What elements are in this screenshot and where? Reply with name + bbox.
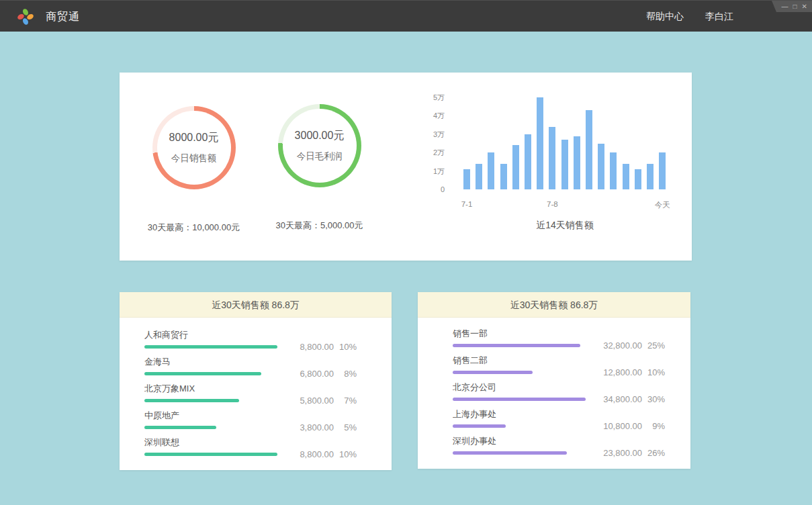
user-menu[interactable]: 李白江 bbox=[705, 11, 733, 23]
ranking-row: 金海马6,800.008% bbox=[144, 357, 357, 375]
today-profit-label: 今日毛利润 bbox=[297, 150, 343, 163]
ranking-name: 金海马 bbox=[144, 357, 357, 367]
today-overview-card: 8000.00元 今日销售额 30天最高：10,000.00元 3000.00元… bbox=[120, 73, 692, 261]
ranking-amount: 8,800.0010% bbox=[300, 449, 357, 459]
today-sales-30d-max: 30天最高：10,000.00元 bbox=[132, 222, 256, 234]
y-axis-tick: 1万 bbox=[402, 166, 445, 176]
ranking-bar bbox=[144, 372, 261, 375]
ranking-name: 中原地产 bbox=[144, 410, 357, 420]
app-logo-pinwheel-icon bbox=[15, 7, 36, 27]
department-ranking-title: 近30天销售额 86.8万 bbox=[418, 292, 690, 318]
ranking-amount: 32,800.0025% bbox=[603, 340, 665, 351]
department-ranking-list: 销售一部32,800.0025%销售二部12,800.0010%北京分公司34,… bbox=[418, 318, 690, 455]
daily-sales-bar bbox=[574, 136, 580, 189]
ranking-row: 深圳办事处23,800.0026% bbox=[453, 436, 665, 455]
ranking-amount: 3,800.005% bbox=[300, 422, 357, 432]
customer-ranking-card: 近30天销售额 86.8万 人和商贸行8,800.0010%金海马6,800.0… bbox=[120, 292, 392, 470]
daily-sales-bar bbox=[561, 140, 568, 189]
daily-sales-bar bbox=[647, 164, 653, 189]
ranking-row: 北京万象MIX5,800.007% bbox=[144, 383, 357, 402]
ranking-bar bbox=[144, 426, 216, 429]
y-axis-tick: 5万 bbox=[402, 93, 445, 103]
ranking-amount: 34,800.0030% bbox=[603, 394, 665, 404]
bar-chart-title: 近14天销售额 bbox=[463, 220, 666, 232]
daily-sales-bar bbox=[659, 152, 666, 189]
ranking-bar bbox=[453, 424, 506, 428]
daily-sales-bar bbox=[500, 164, 507, 189]
minimize-button[interactable]: — bbox=[782, 1, 788, 12]
ranking-name: 深圳联想 bbox=[144, 437, 357, 447]
y-axis-tick: 2万 bbox=[402, 148, 445, 158]
ranking-amount: 12,800.0010% bbox=[603, 367, 665, 377]
ranking-name: 北京万象MIX bbox=[144, 383, 357, 394]
customer-ranking-title: 近30天销售额 86.8万 bbox=[120, 292, 392, 318]
today-sales-label: 今日销售额 bbox=[171, 152, 217, 165]
ranking-name: 人和商贸行 bbox=[144, 330, 357, 340]
app-title: 商贸通 bbox=[46, 1, 80, 32]
y-axis-tick: 3万 bbox=[402, 129, 445, 139]
daily-sales-bar bbox=[463, 169, 470, 189]
daily-sales-bar bbox=[512, 145, 519, 189]
today-profit-value: 3000.00元 bbox=[295, 129, 345, 143]
ranking-row: 中原地产3,800.005% bbox=[144, 410, 357, 429]
bar-chart-x-axis: 7-17-8今天 bbox=[463, 200, 666, 211]
titlebar-nav: 帮助中心 李白江 bbox=[646, 1, 733, 32]
ranking-bar bbox=[144, 453, 277, 456]
x-axis-tick: 7-8 bbox=[547, 200, 558, 208]
today-profit-donut-ring: 3000.00元 今日毛利润 bbox=[278, 104, 361, 187]
today-profit-donut-center: 3000.00元 今日毛利润 bbox=[283, 109, 357, 183]
ranking-amount: 6,800.008% bbox=[300, 369, 357, 379]
ranking-row: 人和商贸行8,800.0010% bbox=[144, 330, 357, 349]
today-sales-value: 8000.00元 bbox=[169, 131, 219, 145]
ranking-bar bbox=[453, 371, 533, 374]
close-button[interactable]: ✕ bbox=[802, 1, 807, 12]
ranking-row: 销售二部12,800.0010% bbox=[453, 355, 665, 374]
ranking-bar bbox=[144, 345, 277, 349]
ranking-amount: 10,800.009% bbox=[603, 421, 665, 431]
ranking-bar bbox=[144, 399, 239, 402]
ranking-bar bbox=[453, 344, 580, 347]
ranking-amount: 5,800.007% bbox=[300, 396, 357, 406]
ranking-amount: 8,800.0010% bbox=[300, 342, 357, 352]
maximize-button[interactable]: □ bbox=[793, 1, 797, 12]
daily-sales-bar bbox=[635, 169, 641, 189]
ranking-name: 北京分公司 bbox=[453, 382, 665, 392]
titlebar: 商贸通 帮助中心 李白江 — □ ✕ bbox=[0, 0, 812, 32]
today-profit-gauge: 3000.00元 今日毛利润 30天最高：5,000.00元 bbox=[257, 104, 381, 232]
today-profit-30d-max: 30天最高：5,000.00元 bbox=[257, 220, 381, 232]
ranking-name: 深圳办事处 bbox=[453, 436, 665, 446]
ranking-row: 北京分公司34,800.0030% bbox=[453, 382, 665, 401]
customer-ranking-list: 人和商贸行8,800.0010%金海马6,800.008%北京万象MIX5,80… bbox=[120, 318, 392, 456]
bar-chart-y-axis: 5万4万3万2万1万0 bbox=[402, 97, 445, 189]
ranking-row: 深圳联想8,800.0010% bbox=[144, 437, 357, 456]
daily-sales-bar bbox=[488, 152, 494, 189]
ranking-bar bbox=[453, 398, 586, 401]
today-sales-gauge: 8000.00元 今日销售额 30天最高：10,000.00元 bbox=[132, 106, 256, 234]
ranking-row: 销售一部32,800.0025% bbox=[453, 328, 665, 347]
daily-sales-bar bbox=[476, 164, 482, 189]
help-center-link[interactable]: 帮助中心 bbox=[646, 11, 684, 23]
y-axis-tick: 0 bbox=[402, 185, 445, 193]
daily-sales-bar bbox=[623, 164, 629, 189]
daily-sales-bar bbox=[549, 127, 555, 189]
ranking-name: 销售一部 bbox=[453, 328, 665, 338]
y-axis-tick: 4万 bbox=[402, 111, 445, 121]
ranking-name: 上海办事处 bbox=[453, 409, 665, 419]
window-controls: — □ ✕ bbox=[772, 1, 812, 12]
department-ranking-card: 近30天销售额 86.8万 销售一部32,800.0025%销售二部12,800… bbox=[418, 292, 690, 469]
today-sales-donut-center: 8000.00元 今日销售额 bbox=[157, 111, 231, 185]
ranking-amount: 23,800.0026% bbox=[603, 448, 665, 458]
ranking-bar bbox=[453, 451, 567, 455]
daily-sales-bar bbox=[610, 152, 617, 189]
daily-sales-bar bbox=[598, 144, 604, 190]
ranking-name: 销售二部 bbox=[453, 355, 665, 365]
x-axis-tick: 7-1 bbox=[461, 200, 473, 208]
recent-sales-bar-chart bbox=[463, 97, 666, 189]
daily-sales-bar bbox=[537, 97, 543, 189]
daily-sales-bar bbox=[525, 134, 531, 189]
x-axis-tick: 今天 bbox=[655, 200, 670, 210]
today-sales-donut-ring: 8000.00元 今日销售额 bbox=[152, 106, 236, 189]
daily-sales-bar bbox=[586, 110, 592, 189]
ranking-row: 上海办事处10,800.009% bbox=[453, 409, 665, 428]
